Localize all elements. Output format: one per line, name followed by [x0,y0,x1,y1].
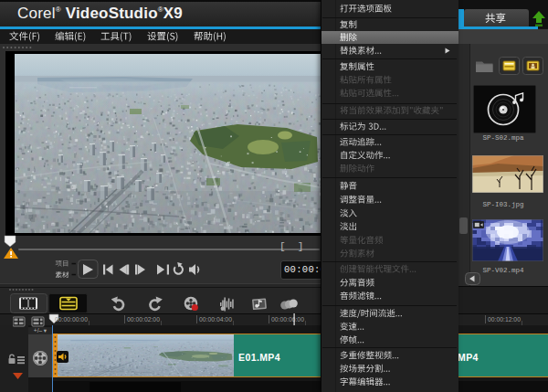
svg-text:00:00:00:00: 00:00:00:00 [55,316,88,323]
svg-text:00:00:02:00: 00:00:02:00 [127,316,160,323]
svg-text:00:00:04:00: 00:00:04:00 [199,316,232,323]
svg-text:00:00:06:00: 00:00:06:00 [271,316,304,323]
svg-text:00:00:12:00: 00:00:12:00 [488,316,521,323]
